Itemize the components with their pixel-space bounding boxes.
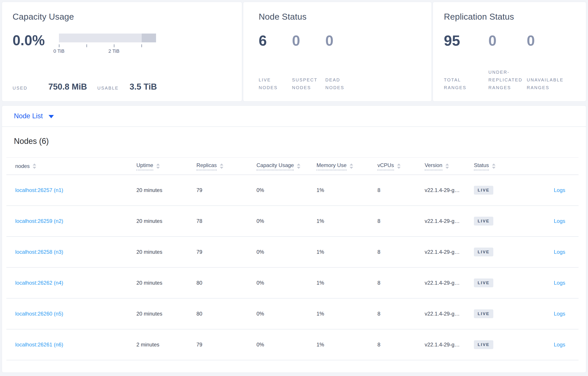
node-link[interactable]: localhost:26259 (n2) — [15, 218, 63, 224]
column-header-label: Version — [425, 162, 442, 170]
logs-link[interactable]: Logs — [554, 249, 565, 255]
status-badge: LIVE — [474, 340, 493, 349]
cell-logs: Logs — [528, 206, 578, 237]
replication-status-stat: 0UNDER-REPLICATED RANGES — [488, 33, 527, 92]
cell-vcpus: 8 — [378, 175, 425, 206]
column-header-Capacity Usage[interactable]: Capacity Usage — [256, 157, 316, 175]
column-header-nodes[interactable]: nodes — [6, 157, 136, 175]
cell-vcpus: 8 — [378, 237, 425, 267]
column-header-inner: Memory Use — [316, 162, 353, 170]
status-badge: LIVE — [474, 186, 493, 195]
cell-status: LIVE — [474, 206, 528, 237]
column-header-Replicas[interactable]: Replicas — [196, 157, 256, 175]
node-link[interactable]: localhost:26260 (n5) — [15, 311, 63, 317]
cell-capacity-usage: 0% — [256, 237, 316, 267]
node-link[interactable]: localhost:26262 (n4) — [15, 280, 63, 286]
cell-memory-use: 1% — [316, 206, 378, 237]
cell-node: localhost:26259 (n2) — [6, 206, 136, 237]
replication-status-stat-label: UNDER-REPLICATED RANGES — [488, 68, 527, 92]
cell-uptime: 20 minutes — [136, 267, 196, 298]
cluster-overview-page: Capacity Usage 0.0% 0 TiB2 TiB USED 750.… — [0, 0, 588, 375]
usable-value: 3.5 TiB — [130, 82, 157, 92]
column-header-Version[interactable]: Version — [425, 157, 474, 175]
replication-status-stat-value: 0 — [527, 33, 579, 48]
cell-capacity-usage: 0% — [256, 206, 316, 237]
sort-icon[interactable] — [297, 164, 300, 169]
column-header-label: Replicas — [196, 162, 217, 170]
table-row: localhost:26259 (n2)20 minutes780%1%8v22… — [6, 206, 578, 237]
sort-down-icon — [397, 167, 401, 169]
sort-icon[interactable] — [350, 164, 353, 169]
cell-status: LIVE — [474, 175, 528, 206]
nodes-table: nodesUptimeReplicasCapacity UsageMemory … — [6, 157, 578, 360]
logs-link[interactable]: Logs — [554, 311, 565, 317]
sort-down-icon — [33, 167, 36, 169]
sort-icon[interactable] — [220, 164, 223, 169]
cell-memory-use: 1% — [316, 298, 378, 329]
sort-icon[interactable] — [33, 164, 36, 169]
cell-logs: Logs — [528, 175, 578, 206]
logs-link[interactable]: Logs — [554, 280, 565, 286]
cell-version: v22.1.4-29-g… — [425, 206, 474, 237]
node-link[interactable]: localhost:26257 (n1) — [15, 187, 63, 193]
logs-link[interactable]: Logs — [554, 187, 565, 193]
column-header-Memory Use[interactable]: Memory Use — [316, 157, 378, 175]
chevron-down-icon — [49, 115, 54, 118]
column-header-inner: Version — [425, 162, 449, 170]
replication-status-stats: 95TOTAL RANGES0UNDER-REPLICATED RANGES0U… — [444, 33, 579, 92]
capacity-axis-ticks — [59, 44, 156, 47]
column-header-logs — [528, 157, 578, 175]
logs-link[interactable]: Logs — [554, 342, 565, 347]
sort-icon[interactable] — [156, 164, 160, 169]
column-header-vCPUs[interactable]: vCPUs — [378, 157, 425, 175]
cell-uptime: 2 minutes — [136, 329, 196, 360]
cell-capacity-usage: 0% — [256, 298, 316, 329]
node-status-stat-label: DEAD NODES — [325, 76, 358, 92]
cell-memory-use: 1% — [316, 237, 378, 267]
cell-vcpus: 8 — [378, 329, 425, 360]
column-header-Status[interactable]: Status — [474, 157, 528, 175]
capacity-usage-card: Capacity Usage 0.0% 0 TiB2 TiB USED 750.… — [2, 2, 242, 102]
sort-up-icon — [156, 164, 160, 166]
replication-status-stat-label: UNAVAILABLE RANGES — [527, 76, 568, 92]
cell-replicas: 79 — [196, 175, 256, 206]
cell-uptime: 20 minutes — [136, 237, 196, 267]
sort-icon[interactable] — [492, 164, 495, 169]
status-badge: LIVE — [474, 217, 493, 226]
cell-version: v22.1.4-29-g… — [425, 267, 474, 298]
sort-icon[interactable] — [445, 164, 449, 169]
node-status-stats: 6LIVE NODES0SUSPECT NODES0DEAD NODES — [259, 33, 423, 92]
column-header-Uptime[interactable]: Uptime — [136, 157, 196, 175]
node-link[interactable]: localhost:26258 (n3) — [15, 249, 63, 255]
node-list-selector[interactable]: Node List — [14, 112, 54, 120]
sort-down-icon — [445, 167, 449, 169]
sort-up-icon — [220, 164, 223, 166]
sort-down-icon — [492, 167, 495, 169]
node-status-stat-label: LIVE NODES — [259, 76, 292, 92]
column-header-label: Uptime — [136, 162, 153, 170]
column-header-inner: Status — [474, 162, 495, 170]
cell-capacity-usage: 0% — [256, 175, 316, 206]
axis-tick — [86, 44, 87, 47]
cell-logs: Logs — [528, 237, 578, 267]
cell-capacity-usage: 0% — [256, 329, 316, 360]
status-badge: LIVE — [474, 309, 493, 318]
node-link[interactable]: localhost:26261 (n6) — [15, 342, 63, 347]
column-header-inner: Replicas — [196, 162, 223, 170]
logs-link[interactable]: Logs — [554, 218, 565, 224]
cell-memory-use: 1% — [316, 329, 378, 360]
column-header-inner: vCPUs — [378, 162, 401, 170]
cell-memory-use: 1% — [316, 267, 378, 298]
replication-status-stat-value: 95 — [444, 33, 488, 48]
capacity-bar — [59, 33, 156, 42]
sort-icon[interactable] — [397, 164, 401, 169]
cell-logs: Logs — [528, 267, 578, 298]
node-status-title: Node Status — [259, 12, 423, 22]
axis-tick — [59, 44, 59, 47]
cell-logs: Logs — [528, 298, 578, 329]
capacity-usage-chart: 0.0% 0 TiB2 TiB — [13, 33, 233, 54]
cell-version: v22.1.4-29-g… — [425, 298, 474, 329]
axis-tick-label: 2 TiB — [108, 48, 119, 54]
cell-uptime: 20 minutes — [136, 298, 196, 329]
table-row: localhost:26261 (n6)2 minutes790%1%8v22.… — [6, 329, 578, 360]
